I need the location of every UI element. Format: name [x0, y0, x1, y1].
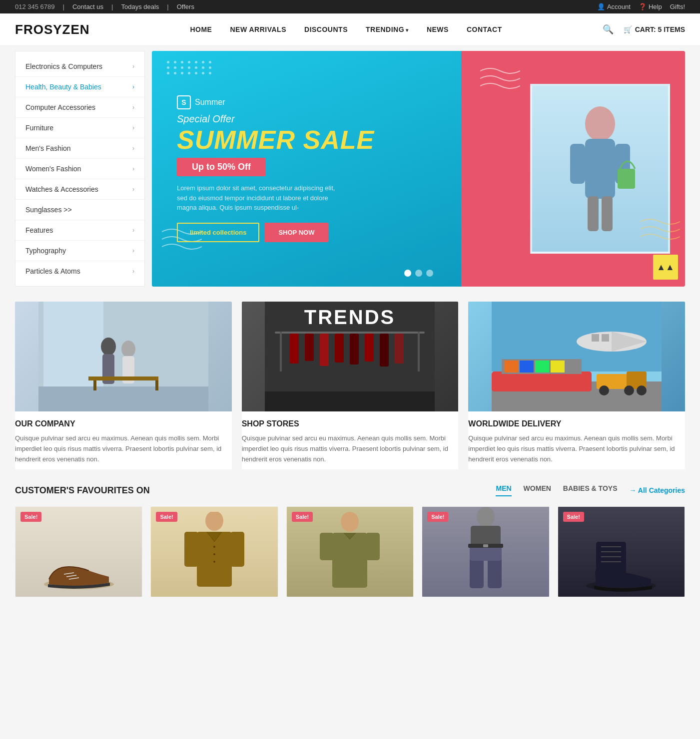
- svg-rect-52: [184, 532, 198, 567]
- sidebar-item-typography[interactable]: Typhography ›: [15, 241, 144, 261]
- svg-rect-43: [551, 361, 565, 372]
- nav-contact[interactable]: CONTACT: [458, 20, 511, 38]
- favourites-section: CUSTOMER'S FAVOURITES ON MEN WOMEN BABIE…: [0, 474, 700, 607]
- svg-point-47: [624, 385, 634, 395]
- tab-women[interactable]: WOMEN: [524, 484, 551, 496]
- sale-badge-4: Sale!: [427, 512, 448, 522]
- our-company-card: OUR COMPANY Quisque pulvinar sed arcu eu…: [15, 302, 232, 469]
- our-company-title: OUR COMPANY: [15, 419, 232, 428]
- svg-rect-15: [93, 380, 96, 390]
- sidebar-label-womens-fashion: Women's Fashion: [25, 165, 81, 173]
- svg-rect-36: [592, 334, 599, 342]
- shop-stores-text: Quisque pulvinar sed arcu eu maximus. Ae…: [242, 433, 459, 464]
- product-card-shoe-1[interactable]: Sale!: [15, 506, 142, 597]
- nav-news[interactable]: NEWS: [418, 20, 458, 38]
- offers-link[interactable]: Offers: [177, 3, 194, 10]
- svg-rect-60: [366, 533, 380, 560]
- sidebar-item-mens-fashion[interactable]: Men's Fashion ›: [15, 138, 144, 159]
- chevron-right-icon: ›: [132, 227, 134, 234]
- favourites-header: CUSTOMER'S FAVOURITES ON MEN WOMEN BABIE…: [15, 484, 685, 496]
- nav-trending[interactable]: TRENDING: [357, 20, 418, 38]
- product-card-tshirt[interactable]: Sale!: [286, 506, 414, 597]
- svg-point-46: [599, 385, 609, 395]
- svg-rect-41: [520, 361, 534, 372]
- chevron-right-icon: ›: [132, 83, 134, 90]
- shop-stores-card: TRENDS SHOP STORES Quisque pulvinar sed …: [242, 302, 459, 469]
- svg-rect-14: [88, 376, 158, 380]
- account-link[interactable]: 👤 Account: [597, 3, 631, 10]
- sidebar-label-typography: Typhography: [25, 247, 66, 255]
- dot-2[interactable]: [415, 270, 422, 277]
- logo[interactable]: FROSYZEN: [15, 22, 90, 37]
- product-card-jeans[interactable]: Sale!: [422, 506, 549, 597]
- chevron-right-icon: ›: [132, 165, 134, 172]
- svg-rect-30: [265, 391, 435, 411]
- sidebar-label-computer-accessories: Computer Accessories: [25, 103, 95, 111]
- nav-home[interactable]: HOME: [181, 20, 221, 38]
- nav-discounts[interactable]: DISCOUNTS: [295, 20, 357, 38]
- sidebar-label-features: Features: [25, 226, 53, 234]
- chevron-right-icon: ›: [132, 104, 134, 111]
- all-categories-link[interactable]: → All Categories: [629, 486, 685, 494]
- top-bar: 012 345 6789 | Contact us | Todays deals…: [0, 0, 700, 13]
- nav-new-arrivals[interactable]: NEW ARRIVALS: [221, 20, 295, 38]
- svg-rect-67: [483, 544, 488, 547]
- sidebar-label-sunglasses: Sunglasses >>: [25, 206, 72, 214]
- sale-badge-1: Sale!: [20, 512, 41, 522]
- svg-rect-19: [280, 332, 282, 371]
- boot-illustration: [581, 532, 661, 592]
- top-bar-right: 👤 Account ❓ Help Gifts!: [597, 3, 685, 10]
- sidebar-item-womens-fashion[interactable]: Women's Fashion ›: [15, 159, 144, 179]
- svg-rect-27: [380, 334, 389, 367]
- shirt-illustration: [184, 512, 244, 592]
- sidebar-label-furniture: Furniture: [25, 124, 53, 132]
- shop-now-button[interactable]: SHOP NOW: [264, 223, 328, 242]
- dot-1[interactable]: [404, 270, 411, 277]
- main-nav: HOME NEW ARRIVALS DISCOUNTS TRENDING NEW…: [181, 20, 511, 38]
- svg-point-55: [213, 553, 215, 555]
- wave-right-bottom-icon: [640, 217, 680, 247]
- chevron-right-icon: ›: [132, 63, 134, 70]
- header: FROSYZEN HOME NEW ARRIVALS DISCOUNTS TRE…: [0, 13, 700, 46]
- product-image-boot: Sale!: [558, 507, 685, 597]
- product-card-boot[interactable]: Sale!: [558, 506, 685, 597]
- gifts-link[interactable]: Gifts!: [670, 3, 685, 10]
- our-company-body: OUR COMPANY Quisque pulvinar sed arcu eu…: [15, 411, 232, 469]
- sidebar-item-electronics[interactable]: Electronics & Computers ›: [15, 56, 144, 77]
- todays-deals-link[interactable]: Todays deals: [121, 3, 159, 10]
- svg-rect-2: [570, 144, 585, 184]
- sidebar-item-particles[interactable]: Particles & Atoms ›: [15, 261, 144, 281]
- sidebar-item-sunglasses[interactable]: Sunglasses >>: [15, 200, 144, 220]
- contact-us-link[interactable]: Contact us: [72, 3, 103, 10]
- sidebar-label-mens-fashion: Men's Fashion: [25, 144, 71, 152]
- svg-rect-42: [535, 361, 549, 372]
- tab-men[interactable]: MEN: [496, 484, 511, 496]
- svg-rect-9: [38, 386, 208, 411]
- account-icon: 👤: [597, 3, 605, 10]
- help-link[interactable]: ❓ Help: [639, 3, 662, 10]
- cart-button[interactable]: 🛒 CART: 5 ITEMS: [624, 25, 685, 33]
- sidebar-item-watches[interactable]: Watches & Accessories ›: [15, 179, 144, 200]
- tab-babies-toys[interactable]: BABIES & TOYS: [563, 484, 618, 496]
- svg-point-56: [213, 561, 215, 563]
- scroll-up-button[interactable]: ▲▲: [653, 255, 678, 280]
- cart-label: CART: 5 ITEMS: [635, 25, 685, 33]
- product-card-shirt-1[interactable]: Sale!: [150, 506, 278, 597]
- main-content: Electronics & Computers › Health, Beauty…: [0, 51, 700, 287]
- limited-collections-button[interactable]: limited collections: [177, 223, 259, 242]
- delivery-illustration: [492, 302, 662, 411]
- search-button[interactable]: 🔍: [603, 24, 614, 35]
- sidebar-item-health[interactable]: Health, Beauty & Babies ›: [15, 77, 144, 97]
- svg-rect-28: [395, 334, 404, 364]
- sidebar-item-features[interactable]: Features ›: [15, 220, 144, 241]
- sidebar-item-furniture[interactable]: Furniture ›: [15, 118, 144, 138]
- wave-right-top-icon: [480, 66, 520, 96]
- dot-3[interactable]: [426, 270, 433, 277]
- hero-banner: S Summer Special Offer SUMMER SALE Up to…: [152, 51, 685, 287]
- svg-rect-24: [335, 334, 344, 363]
- product-image-shoe-1: Sale!: [15, 507, 142, 597]
- top-bar-left: 012 345 6789 | Contact us | Todays deals…: [15, 3, 194, 10]
- svg-rect-53: [230, 532, 244, 567]
- svg-rect-16: [155, 380, 158, 390]
- sidebar-item-computer-accessories[interactable]: Computer Accessories ›: [15, 97, 144, 118]
